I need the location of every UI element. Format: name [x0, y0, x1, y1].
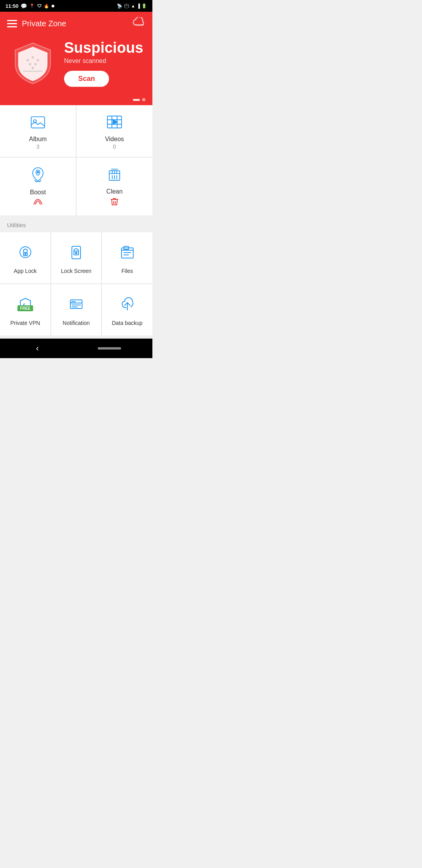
svg-rect-8 — [31, 117, 45, 128]
private-vpn-label: Private VPN — [10, 320, 40, 326]
svg-point-30 — [25, 254, 26, 255]
lock-screen-icon — [68, 244, 84, 264]
scan-button[interactable]: Scan — [64, 71, 109, 87]
clean-icon — [106, 166, 123, 185]
app-title: Private Zone — [22, 19, 133, 28]
boost-cell[interactable]: Boost — [0, 157, 76, 215]
page-indicator — [0, 97, 152, 105]
signal-icon: ▐ — [137, 4, 140, 8]
wifi-icon: ▲ — [131, 4, 135, 8]
hero-section: Suspicious Never scanned Scan — [0, 34, 152, 97]
videos-cell[interactable]: Videos 0 — [76, 105, 152, 157]
bottom-nav-bar: ‹ — [0, 339, 152, 358]
svg-point-33 — [75, 252, 77, 254]
videos-count: 0 — [113, 143, 116, 150]
data-backup-icon — [119, 296, 136, 316]
svg-point-17 — [37, 171, 39, 174]
boost-label: Boost — [30, 189, 46, 196]
home-pill[interactable] — [98, 347, 121, 350]
status-title: Suspicious — [64, 40, 143, 56]
cast-icon: 📡 — [117, 4, 122, 9]
videos-label: Videos — [105, 136, 124, 143]
dot-icon — [52, 5, 54, 7]
back-button[interactable]: ‹ — [31, 342, 43, 355]
clean-cell[interactable]: Clean — [76, 157, 152, 215]
album-count: 3 — [36, 143, 39, 150]
menu-button[interactable] — [7, 20, 17, 27]
flame-icon: 🔥 — [44, 4, 49, 9]
battery-icon: 🔋 — [141, 4, 147, 9]
data-backup-cell[interactable]: Data backup — [102, 284, 152, 335]
utilities-label: Utilities — [0, 218, 152, 232]
notification-cell[interactable]: Notification — [51, 284, 102, 335]
active-dot — [133, 99, 140, 101]
status-bar: 11:50 💬 📍 🛡 🔥 📡 📳 ▲ ▐ 🔋 — [0, 0, 152, 12]
app-lock-cell[interactable]: App Lock — [0, 232, 51, 284]
clean-label: Clean — [106, 188, 123, 195]
svg-point-5 — [34, 63, 37, 65]
boost-sub-icon — [32, 198, 43, 208]
svg-point-6 — [32, 67, 34, 69]
svg-point-3 — [37, 59, 39, 61]
private-vpn-cell[interactable]: € FREE Private VPN — [0, 284, 51, 335]
utilities-grid: App Lock Lock Screen Files — [0, 232, 152, 335]
free-badge: FREE — [17, 305, 33, 311]
notification-label: Notification — [63, 320, 89, 326]
top-bar: Private Zone — [0, 12, 152, 34]
notification-icon — [68, 296, 84, 316]
boost-icon — [30, 167, 46, 186]
inactive-dot — [142, 98, 145, 101]
vpn-icon: 🛡 — [37, 4, 41, 8]
videos-icon — [106, 114, 123, 133]
lock-screen-cell[interactable]: Lock Screen — [51, 232, 102, 284]
data-backup-label: Data backup — [112, 320, 143, 326]
vibrate-icon: 📳 — [124, 4, 129, 9]
status-subtitle: Never scanned — [64, 57, 143, 65]
files-icon — [119, 244, 136, 264]
app-lock-label: App Lock — [14, 268, 36, 274]
svg-rect-41 — [72, 301, 75, 303]
album-label: Album — [29, 136, 46, 143]
header-area: Private Zone — [0, 12, 152, 105]
files-cell[interactable]: Files — [102, 232, 152, 284]
whatsapp-icon: 💬 — [21, 3, 27, 9]
app-lock-icon — [17, 244, 34, 264]
hero-text: Suspicious Never scanned Scan — [64, 40, 143, 87]
clean-sub-icon — [110, 197, 119, 208]
cloud-icon — [133, 17, 145, 30]
album-cell[interactable]: Album 3 — [0, 105, 76, 157]
lock-screen-label: Lock Screen — [61, 268, 91, 274]
files-label: Files — [122, 268, 133, 274]
time-display: 11:50 — [5, 3, 18, 9]
svg-point-2 — [32, 56, 34, 59]
location-icon: 📍 — [29, 4, 35, 9]
shield-icon — [9, 38, 56, 89]
main-grid: Album 3 Videos 0 Boost — [0, 105, 152, 215]
svg-point-1 — [27, 59, 29, 61]
svg-point-4 — [29, 63, 31, 65]
album-icon — [30, 114, 46, 133]
